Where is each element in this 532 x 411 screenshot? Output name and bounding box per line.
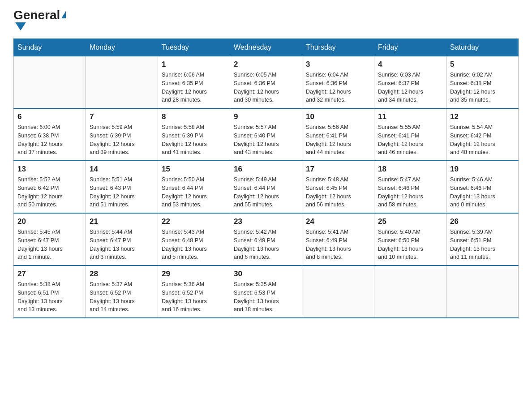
day-info: Sunrise: 6:06 AM Sunset: 6:35 PM Dayligh… bbox=[162, 71, 226, 104]
day-info: Sunrise: 5:58 AM Sunset: 6:39 PM Dayligh… bbox=[162, 123, 226, 157]
day-cell: 28Sunrise: 5:37 AM Sunset: 6:52 PM Dayli… bbox=[86, 265, 158, 318]
day-cell: 19Sunrise: 5:46 AM Sunset: 6:46 PM Dayli… bbox=[446, 161, 519, 213]
header-cell-thursday: Thursday bbox=[302, 39, 374, 56]
day-cell: 20Sunrise: 5:45 AM Sunset: 6:47 PM Dayli… bbox=[14, 213, 86, 265]
day-cell bbox=[302, 265, 374, 318]
day-number: 15 bbox=[162, 165, 226, 174]
day-cell: 14Sunrise: 5:51 AM Sunset: 6:43 PM Dayli… bbox=[86, 161, 158, 213]
day-cell: 16Sunrise: 5:49 AM Sunset: 6:44 PM Dayli… bbox=[230, 161, 302, 213]
day-info: Sunrise: 5:54 AM Sunset: 6:42 PM Dayligh… bbox=[450, 123, 515, 157]
week-row-4: 27Sunrise: 5:38 AM Sunset: 6:51 PM Dayli… bbox=[14, 265, 519, 318]
day-number: 14 bbox=[90, 165, 154, 174]
day-cell: 17Sunrise: 5:48 AM Sunset: 6:45 PM Dayli… bbox=[302, 161, 374, 213]
header-cell-friday: Friday bbox=[374, 39, 446, 56]
day-info: Sunrise: 5:49 AM Sunset: 6:44 PM Dayligh… bbox=[234, 176, 298, 209]
day-info: Sunrise: 6:04 AM Sunset: 6:36 PM Dayligh… bbox=[306, 71, 370, 104]
day-number: 30 bbox=[234, 270, 298, 278]
day-cell: 4Sunrise: 6:03 AM Sunset: 6:37 PM Daylig… bbox=[374, 56, 446, 109]
day-info: Sunrise: 5:46 AM Sunset: 6:46 PM Dayligh… bbox=[450, 176, 515, 209]
day-info: Sunrise: 6:03 AM Sunset: 6:37 PM Dayligh… bbox=[378, 71, 442, 104]
day-info: Sunrise: 5:52 AM Sunset: 6:42 PM Dayligh… bbox=[17, 176, 82, 209]
day-info: Sunrise: 5:48 AM Sunset: 6:45 PM Dayligh… bbox=[306, 176, 370, 209]
day-info: Sunrise: 5:55 AM Sunset: 6:41 PM Dayligh… bbox=[378, 123, 442, 157]
day-cell bbox=[374, 265, 446, 318]
day-number: 9 bbox=[234, 112, 298, 121]
logo: General bbox=[13, 9, 66, 30]
day-info: Sunrise: 5:35 AM Sunset: 6:53 PM Dayligh… bbox=[234, 280, 298, 314]
day-number: 8 bbox=[162, 112, 226, 121]
day-number: 28 bbox=[90, 270, 154, 278]
header-cell-sunday: Sunday bbox=[14, 39, 86, 56]
logo-general-text: General bbox=[13, 9, 66, 21]
day-info: Sunrise: 5:37 AM Sunset: 6:52 PM Dayligh… bbox=[90, 280, 154, 314]
header-row: SundayMondayTuesdayWednesdayThursdayFrid… bbox=[14, 39, 519, 56]
day-info: Sunrise: 5:45 AM Sunset: 6:47 PM Dayligh… bbox=[17, 228, 82, 261]
day-cell bbox=[86, 56, 158, 109]
day-number: 12 bbox=[450, 112, 515, 121]
day-cell bbox=[14, 56, 86, 109]
page-header: General bbox=[13, 9, 519, 30]
day-info: Sunrise: 5:51 AM Sunset: 6:43 PM Dayligh… bbox=[90, 176, 154, 209]
day-cell: 5Sunrise: 6:02 AM Sunset: 6:38 PM Daylig… bbox=[446, 56, 519, 109]
day-number: 25 bbox=[378, 217, 442, 226]
logo-triangle-icon bbox=[15, 22, 26, 30]
day-info: Sunrise: 5:38 AM Sunset: 6:51 PM Dayligh… bbox=[17, 280, 82, 314]
day-info: Sunrise: 5:47 AM Sunset: 6:46 PM Dayligh… bbox=[378, 176, 442, 209]
day-number: 29 bbox=[162, 270, 226, 278]
day-cell: 13Sunrise: 5:52 AM Sunset: 6:42 PM Dayli… bbox=[14, 161, 86, 213]
day-number: 11 bbox=[378, 112, 442, 121]
day-info: Sunrise: 6:05 AM Sunset: 6:36 PM Dayligh… bbox=[234, 71, 298, 104]
calendar-table: SundayMondayTuesdayWednesdayThursdayFrid… bbox=[13, 39, 519, 318]
day-info: Sunrise: 5:42 AM Sunset: 6:49 PM Dayligh… bbox=[234, 228, 298, 261]
day-cell bbox=[446, 265, 519, 318]
day-number: 4 bbox=[378, 60, 442, 69]
day-number: 24 bbox=[306, 217, 370, 226]
day-info: Sunrise: 5:50 AM Sunset: 6:44 PM Dayligh… bbox=[162, 176, 226, 209]
header-cell-tuesday: Tuesday bbox=[158, 39, 230, 56]
day-cell: 25Sunrise: 5:40 AM Sunset: 6:50 PM Dayli… bbox=[374, 213, 446, 265]
day-info: Sunrise: 5:44 AM Sunset: 6:47 PM Dayligh… bbox=[90, 228, 154, 261]
day-cell: 3Sunrise: 6:04 AM Sunset: 6:36 PM Daylig… bbox=[302, 56, 374, 109]
day-number: 19 bbox=[450, 165, 515, 174]
day-cell: 18Sunrise: 5:47 AM Sunset: 6:46 PM Dayli… bbox=[374, 161, 446, 213]
day-info: Sunrise: 5:57 AM Sunset: 6:40 PM Dayligh… bbox=[234, 123, 298, 157]
day-cell: 24Sunrise: 5:41 AM Sunset: 6:49 PM Dayli… bbox=[302, 213, 374, 265]
week-row-0: 1Sunrise: 6:06 AM Sunset: 6:35 PM Daylig… bbox=[14, 56, 519, 109]
day-number: 6 bbox=[17, 112, 82, 121]
day-number: 27 bbox=[17, 270, 82, 278]
day-cell: 21Sunrise: 5:44 AM Sunset: 6:47 PM Dayli… bbox=[86, 213, 158, 265]
day-number: 18 bbox=[378, 165, 442, 174]
day-info: Sunrise: 5:41 AM Sunset: 6:49 PM Dayligh… bbox=[306, 228, 370, 261]
header-cell-wednesday: Wednesday bbox=[230, 39, 302, 56]
day-number: 17 bbox=[306, 165, 370, 174]
day-cell: 30Sunrise: 5:35 AM Sunset: 6:53 PM Dayli… bbox=[230, 265, 302, 318]
day-number: 23 bbox=[234, 217, 298, 226]
week-row-1: 6Sunrise: 6:00 AM Sunset: 6:38 PM Daylig… bbox=[14, 108, 519, 161]
day-cell: 15Sunrise: 5:50 AM Sunset: 6:44 PM Dayli… bbox=[158, 161, 230, 213]
header-cell-monday: Monday bbox=[86, 39, 158, 56]
day-number: 1 bbox=[162, 60, 226, 69]
day-number: 13 bbox=[17, 165, 82, 174]
day-cell: 8Sunrise: 5:58 AM Sunset: 6:39 PM Daylig… bbox=[158, 108, 230, 161]
calendar-body: 1Sunrise: 6:06 AM Sunset: 6:35 PM Daylig… bbox=[14, 56, 519, 318]
day-number: 22 bbox=[162, 217, 226, 226]
day-number: 21 bbox=[90, 217, 154, 226]
day-number: 16 bbox=[234, 165, 298, 174]
day-number: 7 bbox=[90, 112, 154, 121]
week-row-2: 13Sunrise: 5:52 AM Sunset: 6:42 PM Dayli… bbox=[14, 161, 519, 213]
day-info: Sunrise: 5:56 AM Sunset: 6:41 PM Dayligh… bbox=[306, 123, 370, 157]
logo-blue-text bbox=[13, 21, 26, 30]
day-info: Sunrise: 5:59 AM Sunset: 6:39 PM Dayligh… bbox=[90, 123, 154, 157]
day-cell: 7Sunrise: 5:59 AM Sunset: 6:39 PM Daylig… bbox=[86, 108, 158, 161]
day-cell: 9Sunrise: 5:57 AM Sunset: 6:40 PM Daylig… bbox=[230, 108, 302, 161]
day-cell: 27Sunrise: 5:38 AM Sunset: 6:51 PM Dayli… bbox=[14, 265, 86, 318]
day-number: 3 bbox=[306, 60, 370, 69]
day-cell: 29Sunrise: 5:36 AM Sunset: 6:52 PM Dayli… bbox=[158, 265, 230, 318]
header-cell-saturday: Saturday bbox=[446, 39, 519, 56]
day-cell: 10Sunrise: 5:56 AM Sunset: 6:41 PM Dayli… bbox=[302, 108, 374, 161]
day-number: 10 bbox=[306, 112, 370, 121]
day-info: Sunrise: 5:40 AM Sunset: 6:50 PM Dayligh… bbox=[378, 228, 442, 261]
calendar-header: SundayMondayTuesdayWednesdayThursdayFrid… bbox=[14, 39, 519, 56]
day-cell: 26Sunrise: 5:39 AM Sunset: 6:51 PM Dayli… bbox=[446, 213, 519, 265]
day-cell: 11Sunrise: 5:55 AM Sunset: 6:41 PM Dayli… bbox=[374, 108, 446, 161]
